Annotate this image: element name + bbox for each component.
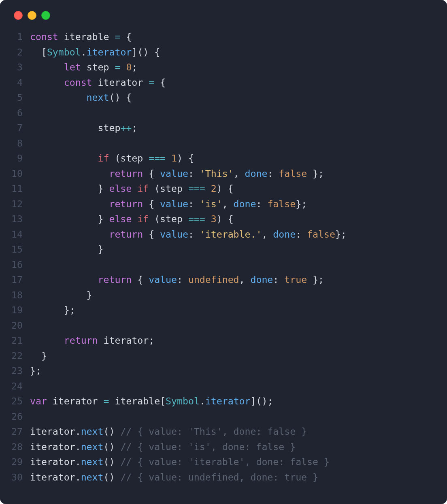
code-line[interactable]: 14 return { value: 'iterable.', done: fa… bbox=[8, 227, 439, 242]
code-line[interactable]: 8 bbox=[8, 136, 439, 151]
token-pun: () bbox=[104, 441, 121, 452]
token-op: = bbox=[115, 62, 120, 72]
token-pun bbox=[30, 153, 98, 164]
token-id: step bbox=[120, 153, 143, 164]
window-titlebar bbox=[0, 0, 447, 21]
token-prop: done bbox=[234, 198, 256, 209]
token-num: 1 bbox=[171, 153, 177, 164]
code-content[interactable]: var iterator = iterable[Symbol.iterator]… bbox=[30, 393, 273, 409]
code-line[interactable]: 22 } bbox=[8, 348, 439, 364]
token-pun: ) { bbox=[217, 183, 234, 194]
line-number: 3 bbox=[8, 60, 30, 75]
code-line[interactable]: 7 step++; bbox=[8, 120, 439, 136]
code-line[interactable]: 27iterator.next() // { value: 'This', do… bbox=[8, 424, 439, 439]
line-number: 22 bbox=[8, 348, 30, 364]
code-line[interactable]: 24 bbox=[8, 379, 439, 394]
token-kw: return bbox=[109, 168, 143, 179]
token-pun: () bbox=[104, 426, 121, 437]
code-line[interactable]: 28iterator.next() // { value: 'is', done… bbox=[8, 439, 439, 455]
code-line[interactable]: 15 } bbox=[8, 242, 439, 257]
token-if: if bbox=[137, 183, 149, 194]
token-pun bbox=[205, 213, 211, 224]
code-content[interactable]: iterator.next() // { value: 'is', done: … bbox=[30, 439, 296, 455]
token-pun bbox=[30, 92, 87, 103]
code-line[interactable]: 10 return { value: 'This', done: false }… bbox=[8, 166, 439, 181]
code-line[interactable]: 3 let step = 0; bbox=[8, 60, 439, 75]
code-line[interactable]: 5 next() { bbox=[8, 90, 439, 105]
code-content[interactable]: next() { bbox=[30, 90, 132, 105]
code-content[interactable]: iterator.next() // { value: 'This', done… bbox=[30, 424, 307, 439]
code-line[interactable]: 9 if (step === 1) { bbox=[8, 151, 439, 166]
line-number: 10 bbox=[8, 166, 30, 181]
minimize-icon[interactable] bbox=[28, 11, 36, 20]
code-line[interactable]: 11 } else if (step === 2) { bbox=[8, 181, 439, 196]
code-content[interactable]: return { value: 'iterable.', done: false… bbox=[30, 227, 347, 242]
token-pun bbox=[98, 396, 104, 406]
code-content[interactable]: iterator.next() // { value: 'iterable', … bbox=[30, 454, 330, 470]
code-line[interactable]: 21 return iterator; bbox=[8, 333, 439, 348]
token-pun: : bbox=[256, 198, 267, 209]
code-content[interactable]: return { value: 'This', done: false }; bbox=[30, 166, 324, 181]
line-number: 6 bbox=[8, 105, 30, 121]
code-line[interactable]: 4 const iterator = { bbox=[8, 75, 439, 90]
token-fn: next bbox=[81, 472, 104, 483]
code-line[interactable]: 2 [Symbol.iterator]() { bbox=[8, 45, 439, 60]
token-pun: [ bbox=[160, 396, 166, 406]
code-content[interactable]: }; bbox=[30, 363, 41, 379]
token-kw: const bbox=[30, 31, 58, 42]
token-pun: ( bbox=[109, 153, 120, 164]
code-line[interactable]: 29iterator.next() // { value: 'iterable'… bbox=[8, 454, 439, 470]
code-line[interactable]: 17 return { value: undefined, done: true… bbox=[8, 272, 439, 287]
code-content[interactable]: } else if (step === 2) { bbox=[30, 181, 234, 196]
code-content[interactable]: } bbox=[30, 242, 103, 257]
code-line[interactable]: 13 } else if (step === 3) { bbox=[8, 211, 439, 227]
code-line[interactable]: 30iterator.next() // { value: undefined,… bbox=[8, 470, 439, 485]
code-line[interactable]: 12 return { value: 'is', done: false}; bbox=[8, 196, 439, 212]
token-pun: . bbox=[75, 426, 81, 437]
code-content[interactable]: const iterable = { bbox=[30, 29, 132, 45]
code-line[interactable]: 16 bbox=[8, 257, 439, 272]
token-fn: iterator bbox=[205, 396, 251, 406]
token-pun: : bbox=[188, 229, 200, 240]
code-content[interactable]: if (step === 1) { bbox=[30, 151, 194, 166]
code-editor[interactable]: 1const iterable = {2 [Symbol.iterator]()… bbox=[0, 21, 447, 497]
token-op: === bbox=[188, 213, 205, 224]
code-content[interactable]: const iterator = { bbox=[30, 75, 166, 90]
code-content[interactable]: return iterator; bbox=[30, 333, 154, 348]
code-content[interactable]: iterator.next() // { value: undefined, d… bbox=[30, 470, 318, 485]
zoom-icon[interactable] bbox=[41, 11, 50, 20]
code-content[interactable]: return { value: 'is', done: false}; bbox=[30, 196, 307, 212]
code-content[interactable]: return { value: undefined, done: true }; bbox=[30, 272, 324, 287]
code-content[interactable]: step++; bbox=[30, 120, 137, 136]
line-number: 28 bbox=[8, 439, 30, 455]
token-id: iterator bbox=[30, 472, 75, 483]
code-line[interactable]: 20 bbox=[8, 318, 439, 333]
code-content[interactable]: } else if (step === 3) { bbox=[30, 211, 234, 227]
token-op: = bbox=[115, 31, 120, 42]
code-line[interactable]: 26 bbox=[8, 409, 439, 424]
token-op: = bbox=[149, 77, 154, 88]
code-content[interactable]: } bbox=[30, 287, 92, 303]
token-pun bbox=[143, 153, 149, 164]
line-number: 30 bbox=[8, 470, 30, 485]
code-line[interactable]: 6 bbox=[8, 105, 439, 121]
line-number: 29 bbox=[8, 454, 30, 470]
code-line[interactable]: 25var iterator = iterable[Symbol.iterato… bbox=[8, 393, 439, 409]
code-content[interactable]: [Symbol.iterator]() { bbox=[30, 45, 160, 60]
token-if: if bbox=[137, 213, 149, 224]
code-line[interactable]: 18 } bbox=[8, 287, 439, 303]
line-number: 1 bbox=[8, 29, 30, 45]
token-pun bbox=[109, 396, 115, 406]
code-line[interactable]: 19 }; bbox=[8, 302, 439, 318]
line-number: 8 bbox=[8, 136, 30, 151]
line-number: 24 bbox=[8, 379, 30, 394]
line-number: 13 bbox=[8, 211, 30, 227]
code-content[interactable]: }; bbox=[30, 302, 75, 318]
code-content[interactable]: } bbox=[30, 348, 47, 364]
token-pun: : bbox=[273, 274, 284, 285]
code-line[interactable]: 23}; bbox=[8, 363, 439, 379]
code-content[interactable]: let step = 0; bbox=[30, 60, 137, 75]
token-pun bbox=[166, 153, 171, 164]
code-line[interactable]: 1const iterable = { bbox=[8, 29, 439, 45]
close-icon[interactable] bbox=[14, 11, 23, 20]
